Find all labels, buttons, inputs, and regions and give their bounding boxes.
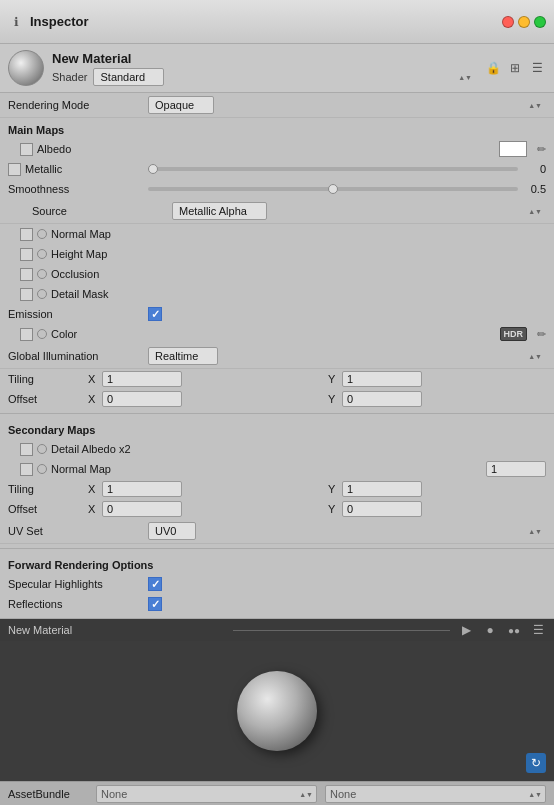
uv-set-select-wrapper: UV0 [148,522,546,540]
global-illumination-select-wrapper: Realtime [148,347,546,365]
main-tiling-x-field: X [88,371,306,387]
sync-icon[interactable] [526,753,546,773]
height-map-row: Height Map [0,244,554,264]
inspector-content: Rendering Mode Opaque Main Maps Albedo ✏… [0,93,554,619]
secondary-normal-circle[interactable] [37,464,47,474]
normal-map-checkbox[interactable] [20,228,33,241]
sec-offset-y-axis: Y [328,503,340,515]
uv-set-select[interactable]: UV0 [148,522,196,540]
offset-x-axis: X [88,393,100,405]
sec-offset-x-field: X [88,501,306,517]
occlusion-checkbox[interactable] [20,268,33,281]
menu-icon[interactable]: ☰ [528,59,546,77]
albedo-checkbox[interactable] [20,143,33,156]
main-tiling-y-input[interactable] [342,371,422,387]
normal-map-row: Normal Map [0,224,554,244]
sec-offset-x-axis: X [88,503,100,515]
sec-tiling-y-input[interactable] [342,481,422,497]
occlusion-row: Occlusion [0,264,554,284]
emission-checkbox[interactable] [148,307,162,321]
emission-color-row: Color HDR ✏ [0,324,554,344]
sec-offset-y-input[interactable] [342,501,422,517]
lock-icon[interactable]: 🔒 [484,59,502,77]
detail-mask-row: Detail Mask [0,284,554,304]
occlusion-label: Occlusion [51,268,99,280]
height-map-circle[interactable] [37,249,47,259]
minimize-button[interactable] [518,16,530,28]
inspector-icon: ℹ [8,14,24,30]
shader-select[interactable]: Standard [93,68,164,86]
asset-bundle-select2[interactable]: None [325,785,546,803]
emission-color-circle[interactable] [37,329,47,339]
main-offset-x-input[interactable] [102,391,182,407]
strip-divider [233,630,450,631]
reflections-checkbox[interactable] [148,597,162,611]
rendering-mode-row: Rendering Mode Opaque [0,93,554,118]
detail-mask-circle[interactable] [37,289,47,299]
layout-icon[interactable]: ⊞ [506,59,524,77]
albedo-pencil-icon[interactable]: ✏ [537,143,546,156]
rendering-mode-select[interactable]: Opaque [148,96,214,114]
material-strip: New Material ▶ ● ●● ☰ [0,619,554,641]
normal-map-label: Normal Map [51,228,111,240]
emission-color-checkbox[interactable] [20,328,33,341]
metallic-checkbox[interactable] [8,163,21,176]
detail-albedo-circle[interactable] [37,444,47,454]
main-offset-y-input[interactable] [342,391,422,407]
main-tiling-row: Tiling X Y [0,369,554,389]
main-tiling-x-input[interactable] [102,371,182,387]
detail-albedo-checkbox[interactable] [20,443,33,456]
preview-area [0,641,554,781]
shader-select-wrapper: Standard [93,68,476,86]
sec-offset-x-input[interactable] [102,501,182,517]
reflections-row: Reflections [0,594,554,614]
tiling-x-axis: X [88,373,100,385]
shader-label: Shader [52,71,87,83]
main-offset-x-field: X [88,391,306,407]
global-illumination-row: Global Illumination Realtime [0,344,554,369]
material-strip-name: New Material [8,624,225,636]
color-pencil-icon[interactable]: ✏ [537,328,546,341]
maximize-button[interactable] [534,16,546,28]
smoothness-row: Smoothness 0.5 [0,179,554,199]
secondary-offset-label: Offset [8,503,88,515]
detail-albedo-row: Detail Albedo x2 [0,439,554,459]
global-illumination-select[interactable]: Realtime [148,347,218,365]
sec-tiling-x-field: X [88,481,306,497]
metallic-label: Metallic [25,163,62,175]
preview-sphere [237,671,317,751]
detail-mask-checkbox[interactable] [20,288,33,301]
specular-checkbox[interactable] [148,577,162,591]
secondary-offset-row: Offset X Y [0,499,554,519]
dot-button[interactable]: ● [482,622,498,638]
occlusion-circle[interactable] [37,269,47,279]
inspector-window: ℹ Inspector New Material Shader Standard… [0,0,554,805]
main-maps-header: Main Maps [0,118,554,139]
hdr-button[interactable]: HDR [500,327,528,341]
divider-2 [0,548,554,549]
asset-bundle-select-wrapper: None [96,785,317,803]
menu-strip-button[interactable]: ☰ [530,622,546,638]
play-button[interactable]: ▶ [458,622,474,638]
metallic-slider[interactable] [148,167,518,171]
secondary-tiling-row: Tiling X Y [0,479,554,499]
normal-map-circle[interactable] [37,229,47,239]
asset-bundle-select2-wrapper: None [325,785,546,803]
source-select[interactable]: Metallic Alpha [172,202,267,220]
asset-bundle-select[interactable]: None [96,785,317,803]
window-title: Inspector [30,14,89,29]
secondary-normal-checkbox[interactable] [20,463,33,476]
height-map-checkbox[interactable] [20,248,33,261]
dots-button[interactable]: ●● [506,622,522,638]
header-icons: 🔒 ⊞ ☰ [484,59,546,77]
source-row: Source Metallic Alpha [0,199,554,224]
shader-row: Shader Standard [52,68,476,86]
metallic-row: Metallic 0 [0,159,554,179]
secondary-normal-value[interactable] [486,461,546,477]
albedo-color-swatch[interactable] [499,141,527,157]
close-button[interactable] [502,16,514,28]
smoothness-slider[interactable] [148,187,518,191]
sec-tiling-x-input[interactable] [102,481,182,497]
rendering-mode-select-wrapper: Opaque [148,96,546,114]
emission-row: Emission [0,304,554,324]
